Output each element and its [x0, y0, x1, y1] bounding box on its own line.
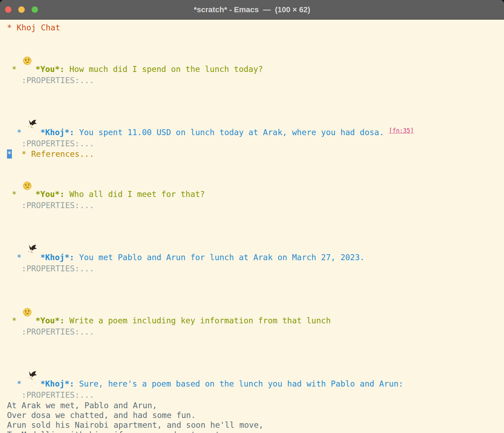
- thinking-face-icon: [23, 159, 33, 168]
- references-heading[interactable]: * References...: [12, 149, 94, 159]
- poem-line: To Medellin with his wife, a new adventu…: [7, 430, 259, 433]
- org-star: *: [7, 128, 26, 137]
- traffic-lights: [5, 0, 38, 19]
- window-title: *scratch* - Emacs — (100 × 62): [0, 5, 504, 14]
- buffer-line: * * References...: [7, 149, 501, 159]
- buffer-line: [7, 211, 501, 222]
- text-cursor: *: [7, 149, 12, 159]
- buffer-line: To Medellin with his wife, a new adventu…: [7, 430, 501, 433]
- eagle-icon: [27, 348, 37, 358]
- buffer-line: :PROPERTIES:...: [7, 389, 501, 401]
- poem-line: At Arak we met, Pablo and Arun,: [7, 401, 157, 410]
- poem-line: Arun sold his Nairobi apartment, and soo…: [7, 420, 264, 430]
- buffer-line: [7, 86, 501, 97]
- buffer-line: * *You*: How much did I spend on the lun…: [7, 34, 501, 75]
- thinking-face-icon: [23, 285, 33, 294]
- properties-drawer[interactable]: :PROPERTIES:...: [7, 139, 94, 148]
- buffer-line: :PROPERTIES:...: [7, 75, 501, 86]
- footnote-link[interactable]: [fn:35]: [389, 127, 414, 134]
- you-label: *You*:: [36, 316, 65, 325]
- thinking-face-icon: [23, 34, 33, 43]
- buffer-line: Over dosa we chatted, and had some fun.: [7, 410, 501, 420]
- you-label: *You*:: [36, 65, 65, 74]
- buffer[interactable]: * Khoj Chat * *You*: How much did I spen…: [0, 20, 504, 433]
- eagle-icon: [27, 222, 37, 231]
- eagle-icon: [27, 97, 37, 106]
- khoj-message: You spent 11.00 USD on lunch today at Ar…: [74, 128, 389, 137]
- buffer-line: * *Khoj*: Sure, here's a poem based on t…: [7, 348, 501, 389]
- buffer-line: :PROPERTIES:...: [7, 200, 501, 211]
- org-star: *: [7, 190, 22, 199]
- org-heading-khoj-chat: * Khoj Chat: [7, 23, 60, 32]
- you-message: Write a poem including key information f…: [65, 316, 331, 325]
- buffer-line: * *Khoj*: You met Pablo and Arun for lun…: [7, 222, 501, 263]
- org-star: *: [7, 379, 26, 388]
- khoj-label: *Khoj*:: [40, 253, 74, 262]
- minimize-button[interactable]: [18, 6, 25, 13]
- buffer-line: :PROPERTIES:...: [7, 326, 501, 337]
- khoj-message: Sure, here's a poem based on the lunch y…: [74, 379, 403, 388]
- properties-drawer[interactable]: :PROPERTIES:...: [7, 390, 94, 399]
- buffer-line: * Khoj Chat: [7, 21, 501, 34]
- close-button[interactable]: [5, 6, 12, 13]
- poem-line: Over dosa we chatted, and had some fun.: [7, 411, 196, 420]
- zoom-button[interactable]: [31, 6, 38, 13]
- you-message: Who all did I meet for that?: [65, 190, 205, 199]
- properties-drawer[interactable]: :PROPERTIES:...: [7, 201, 94, 210]
- you-label: *You*:: [36, 190, 65, 199]
- buffer-line: [7, 337, 501, 348]
- properties-drawer[interactable]: :PROPERTIES:...: [7, 327, 94, 336]
- buffer-line: * *You*: Write a poem including key info…: [7, 285, 501, 326]
- buffer-line: :PROPERTIES:...: [7, 138, 501, 149]
- buffer-line: * *Khoj*: You spent 11.00 USD on lunch t…: [7, 97, 501, 138]
- buffer-line: At Arak we met, Pablo and Arun,: [7, 401, 501, 410]
- buffer-line: [7, 274, 501, 285]
- khoj-label: *Khoj*:: [40, 128, 74, 137]
- buffer-line: :PROPERTIES:...: [7, 263, 501, 274]
- properties-drawer[interactable]: :PROPERTIES:...: [7, 264, 94, 273]
- window-titlebar: *scratch* - Emacs — (100 × 62): [0, 0, 504, 20]
- buffer-line: * *You*: Who all did I meet for that?: [7, 159, 501, 200]
- org-star: *: [7, 316, 22, 325]
- org-star: *: [7, 65, 22, 74]
- khoj-label: *Khoj*:: [40, 379, 74, 388]
- khoj-message: You met Pablo and Arun for lunch at Arak…: [74, 253, 365, 262]
- you-message: How much did I spend on the lunch today?: [65, 65, 263, 74]
- properties-drawer[interactable]: :PROPERTIES:...: [7, 76, 94, 85]
- emacs-window: *scratch* - Emacs — (100 × 62) * Khoj Ch…: [0, 0, 504, 433]
- buffer-line: Arun sold his Nairobi apartment, and soo…: [7, 420, 501, 430]
- org-star: *: [7, 253, 26, 262]
